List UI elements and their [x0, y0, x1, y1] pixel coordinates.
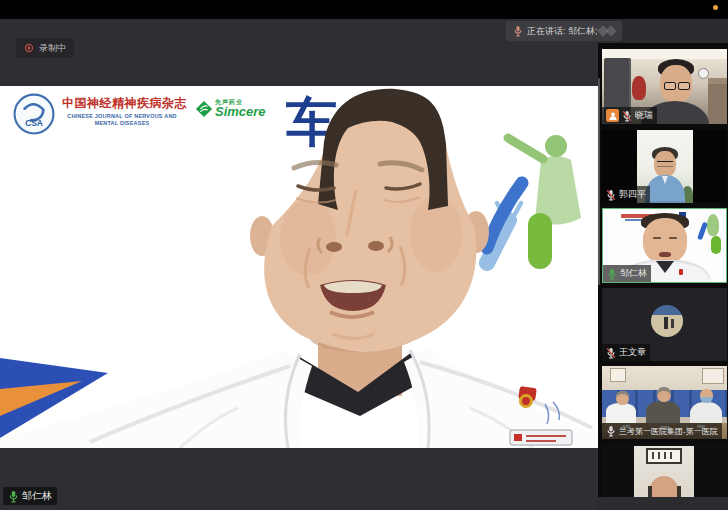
participant-name-label: 兰考第一医院集团-第一医院 [602, 423, 722, 439]
meeting-logo-watermark-icon [596, 24, 620, 38]
window-bottom-band [598, 497, 728, 510]
participant-tile-zourenlin[interactable]: 邹仁林 [602, 208, 727, 283]
mic-active-icon [8, 490, 19, 503]
participant-tile-guosiping[interactable]: 郭四平 [602, 130, 727, 203]
mic-muted-icon [606, 189, 616, 201]
mic-active-icon [607, 268, 617, 280]
participant-name-label: 郭四平 [602, 186, 650, 203]
participant-name-label: 邹仁林 [603, 265, 651, 282]
top-black-strip [0, 0, 728, 19]
meeting-window: CSA 中国神经精神疾病杂志 CHINESE JOURNAL OF NERVOU… [0, 0, 728, 510]
mic-muted-icon [622, 110, 632, 122]
speaking-mic-icon [513, 25, 523, 37]
participants-sidebar: 晓瑞 郭四平 [598, 43, 728, 497]
participant-name-label: 晓瑞 [602, 107, 657, 124]
speaking-toast: 正在讲话: 邹仁林; [506, 21, 622, 41]
sidebar-scrollbar[interactable] [598, 78, 600, 285]
speaking-toast-text: 正在讲话: 邹仁林; [527, 25, 598, 38]
participant-tile-partial[interactable] [602, 444, 727, 497]
host-badge-icon [606, 109, 619, 122]
record-icon [24, 43, 34, 53]
recording-label: 录制中 [39, 42, 66, 55]
recording-indicator[interactable]: 录制中 [16, 38, 74, 58]
participant-name-label: 王文章 [602, 344, 650, 361]
speaker-video-illustration: 车 [0, 86, 598, 448]
mic-muted-icon [606, 347, 616, 359]
participant-tile-wangwenzhang[interactable]: 王文章 [602, 288, 727, 361]
coat-name-tag [510, 430, 572, 445]
notification-dot-icon [713, 5, 718, 10]
video-thumbnail [602, 444, 727, 497]
main-video[interactable]: CSA 中国神经精神疾病杂志 CHINESE JOURNAL OF NERVOU… [0, 86, 598, 448]
participant-tile-xiaorui[interactable]: 晓瑞 [602, 49, 727, 124]
participant-tile-lankao-hospital[interactable]: 兰考第一医院集团-第一医院 [602, 366, 727, 439]
mic-on-icon [606, 425, 616, 437]
main-speaker-name-label: 邹仁林 [3, 487, 57, 505]
